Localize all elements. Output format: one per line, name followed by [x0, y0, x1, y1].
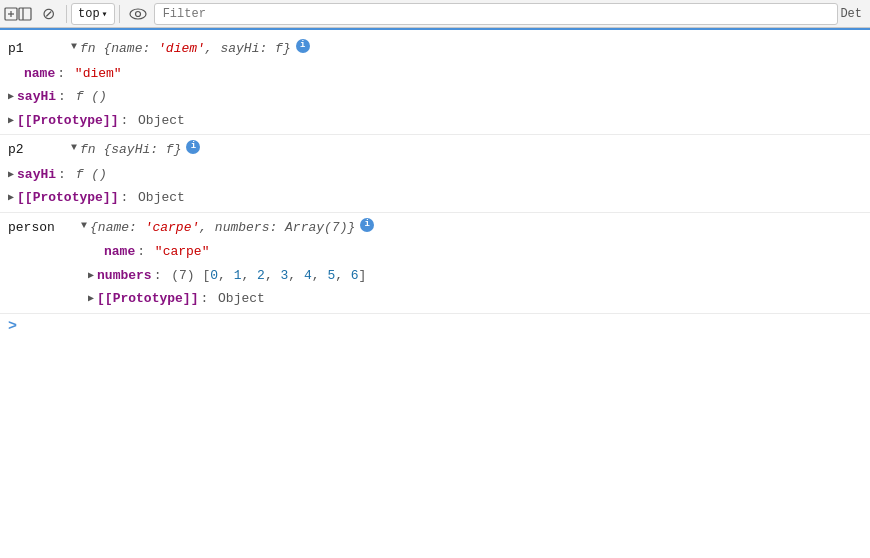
person-numbers-triangle[interactable]: ▶ — [88, 268, 94, 283]
person-proto-key: [[Prototype]] — [97, 289, 198, 309]
p1-arrow: ▼ — [71, 39, 77, 54]
p2-info-icon[interactable]: i — [186, 140, 200, 154]
p2-var-name: p2 — [8, 140, 68, 160]
person-name-val: "carpe" — [147, 242, 209, 262]
p2-sayhi-prop[interactable]: ▶ sayHi: f () — [0, 163, 870, 187]
chevron-down-icon: ▾ — [102, 8, 108, 20]
p2-sayhi-key: sayHi — [17, 165, 56, 185]
person-numbers-prop[interactable]: ▶ numbers: (7) [0, 1, 2, 3, 4, 5, 6] — [0, 264, 870, 288]
console-cursor-line[interactable]: > — [0, 314, 870, 339]
p1-header-line[interactable]: p1 ▼ fn {name: 'diem', sayHi: f} i — [0, 36, 870, 62]
p2-proto-prop[interactable]: ▶ [[Prototype]]: Object — [0, 186, 870, 210]
divider — [66, 5, 67, 23]
eye-button[interactable] — [124, 2, 152, 26]
p1-proto-prop[interactable]: ▶ [[Prototype]]: Object — [0, 109, 870, 133]
person-name-key: name — [104, 242, 135, 262]
svg-rect-3 — [19, 8, 31, 20]
cursor-chevron: > — [8, 318, 17, 335]
p1-sayhi-val: f () — [68, 87, 107, 107]
p1-info-icon[interactable]: i — [296, 39, 310, 53]
det-label: Det — [840, 7, 866, 21]
person-entry: person ▼ {name: 'carpe', numbers: Array(… — [0, 213, 870, 314]
person-info-icon[interactable]: i — [360, 218, 374, 232]
p1-sayhi-prop[interactable]: ▶ sayHi: f () — [0, 85, 870, 109]
p2-sayhi-val: f () — [68, 165, 107, 185]
devtools-toolbar: ⊘ top ▾ Det — [0, 0, 870, 28]
person-proto-prop[interactable]: ▶ [[Prototype]]: Object — [0, 287, 870, 311]
p1-name-key: name — [24, 64, 55, 84]
divider2 — [119, 5, 120, 23]
person-proto-triangle[interactable]: ▶ — [88, 291, 94, 306]
expand-icon — [4, 7, 18, 21]
panel-icon — [18, 7, 32, 21]
person-name-prop: name: "carpe" — [0, 240, 870, 264]
context-selector[interactable]: top ▾ — [71, 3, 115, 25]
expand-all-button[interactable] — [4, 2, 32, 26]
p2-proto-val: Object — [130, 188, 185, 208]
person-numbers-key: numbers — [97, 266, 152, 286]
p2-sayhi-triangle[interactable]: ▶ — [8, 167, 14, 182]
p2-proto-key: [[Prototype]] — [17, 188, 118, 208]
p2-arrow: ▼ — [71, 140, 77, 155]
eye-icon — [129, 7, 147, 21]
filter-input[interactable] — [154, 3, 839, 25]
p1-var-name: p1 — [8, 39, 68, 59]
p1-name-prop: name: "diem" — [0, 62, 870, 86]
person-var-name: person — [8, 218, 78, 238]
p1-proto-val: Object — [130, 111, 185, 131]
p1-proto-triangle[interactable]: ▶ — [8, 113, 14, 128]
p1-proto-key: [[Prototype]] — [17, 111, 118, 131]
person-numbers-val: (7) [0, 1, 2, 3, 4, 5, 6] — [163, 266, 366, 286]
p1-entry: p1 ▼ fn {name: 'diem', sayHi: f} i name:… — [0, 34, 870, 135]
svg-point-5 — [130, 9, 146, 19]
block-button[interactable]: ⊘ — [34, 2, 62, 26]
person-header-line[interactable]: person ▼ {name: 'carpe', numbers: Array(… — [0, 215, 870, 241]
p1-name-val: "diem" — [67, 64, 122, 84]
block-icon: ⊘ — [42, 4, 55, 23]
console-output: p1 ▼ fn {name: 'diem', sayHi: f} i name:… — [0, 28, 870, 558]
person-preview: {name: 'carpe', numbers: Array(7)} — [90, 218, 355, 238]
p2-proto-triangle[interactable]: ▶ — [8, 190, 14, 205]
p1-sayhi-triangle[interactable]: ▶ — [8, 89, 14, 104]
p2-entry: p2 ▼ fn {sayHi: f} i ▶ sayHi: f () ▶ [[P… — [0, 135, 870, 213]
p2-header-line[interactable]: p2 ▼ fn {sayHi: f} i — [0, 137, 870, 163]
p1-preview: fn {name: 'diem', sayHi: f} — [80, 39, 291, 59]
context-label: top — [78, 7, 100, 21]
person-arrow: ▼ — [81, 218, 87, 233]
svg-point-6 — [135, 11, 140, 16]
p2-preview: fn {sayHi: f} — [80, 140, 181, 160]
p1-sayhi-key: sayHi — [17, 87, 56, 107]
person-proto-val: Object — [210, 289, 265, 309]
